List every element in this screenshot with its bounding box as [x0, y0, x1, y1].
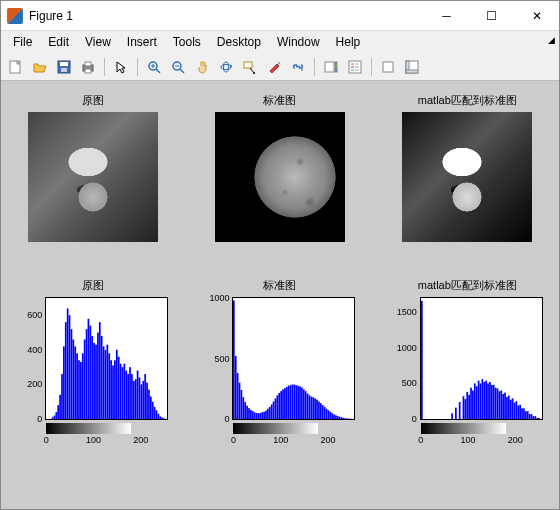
svg-rect-105 — [258, 413, 260, 419]
datacursor-button[interactable] — [239, 56, 261, 78]
show-plot-tools-button[interactable] — [401, 56, 423, 78]
histogram-original: 02004006000100200 — [15, 297, 170, 452]
svg-rect-197 — [534, 416, 536, 419]
svg-rect-162 — [468, 395, 470, 419]
close-button[interactable]: ✕ — [514, 1, 559, 31]
menu-tools[interactable]: Tools — [165, 33, 209, 51]
new-figure-button[interactable] — [5, 56, 27, 78]
svg-rect-45 — [76, 353, 78, 419]
maximize-button[interactable]: ☐ — [469, 1, 514, 31]
svg-rect-113 — [273, 401, 275, 419]
svg-rect-64 — [112, 365, 114, 419]
y-tick-label: 1500 — [391, 307, 417, 317]
svg-rect-37 — [61, 374, 63, 419]
svg-rect-55 — [95, 345, 97, 419]
svg-rect-43 — [73, 339, 75, 419]
open-button[interactable] — [29, 56, 51, 78]
y-tick-label: 1000 — [391, 343, 417, 353]
menu-file[interactable]: File — [5, 33, 40, 51]
svg-rect-98 — [245, 402, 247, 419]
figure-canvas[interactable]: 原图 标准图 matlab匹配到标准图 原图 02004006000100200… — [1, 81, 559, 509]
y-tick-label: 0 — [203, 414, 229, 424]
svg-rect-132 — [309, 395, 311, 419]
svg-rect-48 — [82, 353, 84, 419]
svg-rect-20 — [335, 62, 337, 72]
svg-rect-192 — [525, 411, 527, 419]
svg-rect-44 — [75, 346, 77, 419]
x-tick-label: 0 — [418, 435, 423, 445]
svg-rect-5 — [85, 62, 91, 66]
hide-plot-tools-button[interactable] — [377, 56, 399, 78]
toolbar — [1, 53, 559, 81]
brush-button[interactable] — [263, 56, 285, 78]
svg-rect-41 — [69, 315, 71, 419]
menu-view[interactable]: View — [77, 33, 119, 51]
svg-line-12 — [180, 69, 184, 73]
legend-button[interactable] — [344, 56, 366, 78]
y-tick-label: 500 — [203, 354, 229, 364]
titlebar[interactable]: Figure 1 ─ ☐ ✕ — [1, 1, 559, 31]
svg-rect-73 — [129, 367, 131, 419]
svg-rect-194 — [529, 414, 531, 419]
svg-rect-87 — [156, 410, 158, 419]
svg-rect-155 — [421, 301, 423, 419]
svg-rect-16 — [244, 62, 252, 68]
svg-rect-126 — [298, 386, 300, 419]
histogram-matched: 0500100015000100200 — [390, 297, 545, 452]
svg-rect-195 — [530, 414, 532, 419]
y-tick-label: 600 — [16, 310, 42, 320]
link-button[interactable] — [287, 56, 309, 78]
svg-rect-116 — [279, 393, 281, 419]
svg-rect-166 — [476, 386, 478, 419]
subplot-2-1: 原图 02004006000100200 — [9, 278, 176, 458]
menu-edit[interactable]: Edit — [40, 33, 77, 51]
svg-rect-139 — [322, 405, 324, 419]
menu-window[interactable]: Window — [269, 33, 328, 51]
dock-corner-icon[interactable]: ◢ — [548, 35, 555, 45]
svg-rect-97 — [243, 397, 245, 419]
window-title: Figure 1 — [29, 9, 424, 23]
svg-rect-142 — [328, 410, 330, 419]
svg-rect-104 — [256, 413, 258, 419]
svg-rect-67 — [118, 357, 120, 419]
colorbar-button[interactable] — [320, 56, 342, 78]
minimize-button[interactable]: ─ — [424, 1, 469, 31]
menu-desktop[interactable]: Desktop — [209, 33, 269, 51]
rotate3d-button[interactable] — [215, 56, 237, 78]
svg-rect-158 — [459, 402, 461, 419]
svg-rect-119 — [285, 388, 287, 419]
svg-rect-70 — [124, 364, 126, 419]
save-button[interactable] — [53, 56, 75, 78]
svg-rect-165 — [474, 383, 476, 419]
y-tick-label: 400 — [16, 345, 42, 355]
svg-rect-114 — [275, 398, 277, 419]
x-tick-label: 0 — [44, 435, 49, 445]
menu-insert[interactable]: Insert — [119, 33, 165, 51]
zoom-in-button[interactable] — [143, 56, 165, 78]
subplot-2-3: matlab匹配到标准图 0500100015000100200 — [384, 278, 551, 458]
x-tick-label: 100 — [273, 435, 288, 445]
menu-help[interactable]: Help — [328, 33, 369, 51]
svg-rect-181 — [504, 393, 506, 419]
svg-rect-140 — [324, 407, 326, 419]
svg-rect-144 — [332, 413, 334, 419]
svg-rect-147 — [337, 416, 339, 419]
svg-rect-33 — [54, 416, 56, 419]
zoom-out-button[interactable] — [167, 56, 189, 78]
svg-rect-49 — [84, 339, 86, 419]
svg-rect-141 — [326, 409, 328, 419]
pointer-button[interactable] — [110, 56, 132, 78]
svg-rect-159 — [462, 396, 464, 419]
svg-rect-152 — [347, 418, 349, 419]
menubar: File Edit View Insert Tools Desktop Wind… — [1, 31, 559, 53]
svg-point-15 — [224, 62, 229, 72]
svg-rect-196 — [532, 416, 534, 419]
svg-rect-93 — [235, 356, 237, 419]
svg-rect-59 — [103, 346, 105, 419]
svg-rect-184 — [510, 400, 512, 419]
svg-rect-31 — [406, 70, 418, 73]
print-button[interactable] — [77, 56, 99, 78]
svg-rect-2 — [60, 62, 68, 66]
pan-button[interactable] — [191, 56, 213, 78]
subplot-1-2: 标准图 — [196, 93, 363, 268]
